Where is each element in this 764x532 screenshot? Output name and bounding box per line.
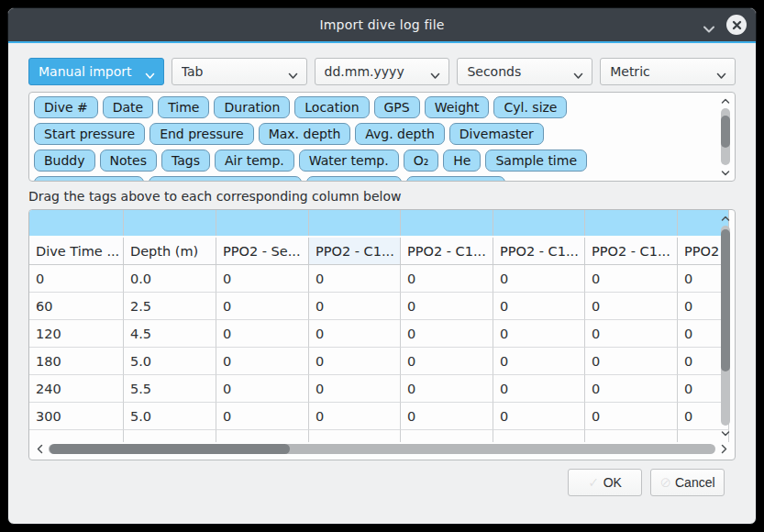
table-cell[interactable]: 0.0 — [124, 265, 216, 293]
table-cell[interactable] — [29, 430, 124, 442]
field-tag[interactable]: Buddy — [34, 150, 95, 172]
table-cell[interactable]: 0 — [585, 293, 678, 320]
scroll-up-icon[interactable] — [721, 95, 730, 106]
field-tag[interactable]: Divemaster — [449, 123, 544, 145]
table-cell[interactable]: 0 — [309, 348, 401, 375]
import-mode-select[interactable]: Manual import — [28, 58, 164, 85]
cancel-button[interactable]: ⊘ Cancel — [650, 469, 725, 496]
table-cell[interactable]: 0 — [493, 293, 585, 320]
field-tag[interactable]: Time — [158, 96, 209, 118]
table-cell[interactable]: 0 — [401, 375, 493, 403]
field-tag[interactable]: Sample pO₂ — [306, 176, 402, 182]
column-header[interactable]: PPO2 - C1... — [585, 238, 678, 265]
field-tag[interactable]: Duration — [214, 96, 290, 118]
column-header[interactable]: PPO2 - C1... — [493, 238, 585, 265]
table-cell[interactable]: 240 — [29, 375, 124, 403]
field-tag[interactable]: Start pressure — [34, 123, 145, 145]
table-cell[interactable]: 0 — [29, 265, 124, 293]
table-cell[interactable] — [309, 430, 401, 442]
column-header[interactable]: Depth (m) — [124, 238, 216, 265]
table-cell[interactable]: 5.0 — [124, 403, 216, 430]
table-cell[interactable]: 0 — [585, 403, 678, 430]
table-cell[interactable]: 300 — [29, 403, 124, 430]
table-cell[interactable]: 4.5 — [124, 320, 216, 348]
tag-drop-cell[interactable] — [493, 210, 585, 236]
table-cell[interactable]: 0 — [309, 375, 401, 403]
field-tag[interactable]: End pressure — [149, 123, 254, 145]
table-cell[interactable]: 0 — [401, 403, 493, 430]
table-cell[interactable]: 0 — [216, 320, 309, 348]
field-tag[interactable]: Location — [294, 96, 369, 118]
column-header[interactable]: PPO2 - Se... — [216, 238, 309, 265]
field-tag[interactable]: Tags — [161, 150, 210, 172]
field-tag[interactable]: Notes — [100, 150, 157, 172]
field-tag[interactable]: He — [443, 150, 481, 172]
table-cell[interactable] — [585, 430, 678, 442]
table-cell[interactable]: 0 — [309, 403, 401, 430]
table-cell[interactable]: 0 — [401, 320, 493, 348]
scrollbar-track[interactable] — [721, 108, 730, 165]
table-cell[interactable] — [493, 430, 585, 442]
duration-format-select[interactable]: Seconds — [457, 58, 592, 85]
table-cell[interactable]: 2.5 — [124, 293, 216, 320]
field-tag[interactable]: Dive # — [34, 96, 98, 118]
table-cell[interactable]: 0 — [493, 348, 585, 375]
table-cell[interactable]: 0 — [216, 403, 309, 430]
titlebar[interactable]: Import dive log file — [8, 8, 756, 41]
table-cell[interactable]: 0 — [309, 293, 401, 320]
scroll-up-icon[interactable] — [721, 213, 730, 224]
tag-drop-cell[interactable] — [585, 210, 678, 236]
table-cell[interactable]: 0 — [216, 348, 309, 375]
table-cell[interactable]: 60 — [29, 293, 124, 320]
tag-drop-cell[interactable] — [124, 210, 216, 236]
scroll-right-icon[interactable] — [718, 444, 730, 454]
table-cell[interactable]: 5.0 — [124, 348, 216, 375]
scrollbar-track[interactable] — [49, 444, 715, 454]
column-header[interactable]: PPO2 - C1... — [309, 238, 401, 265]
ok-button[interactable]: ✓ OK — [568, 469, 642, 496]
field-tag[interactable]: Sample temperature — [149, 176, 302, 182]
scrollbar-thumb[interactable] — [721, 229, 730, 371]
scroll-left-icon[interactable] — [34, 444, 46, 454]
field-tag[interactable]: Air temp. — [215, 150, 294, 172]
table-cell[interactable]: 5.5 — [124, 375, 216, 403]
table-cell[interactable]: 0 — [585, 348, 678, 375]
scrollbar-thumb[interactable] — [50, 444, 290, 454]
table-cell[interactable]: 0 — [401, 293, 493, 320]
scrollbar-track[interactable] — [721, 226, 730, 426]
tag-drop-cell[interactable] — [309, 210, 401, 236]
tag-drop-cell[interactable] — [29, 210, 124, 236]
table-cell[interactable]: 0 — [216, 293, 309, 320]
table-cell[interactable]: 0 — [585, 265, 678, 293]
table-cell[interactable] — [401, 430, 493, 442]
date-format-select[interactable]: dd.mm.yyyy — [315, 58, 450, 85]
table-cell[interactable]: 0 — [493, 375, 585, 403]
field-tag[interactable]: Avg. depth — [355, 123, 445, 145]
table-cell[interactable]: 0 — [401, 265, 493, 293]
table-cell[interactable]: 0 — [216, 375, 309, 403]
table-cell[interactable]: 0 — [493, 320, 585, 348]
field-tag[interactable]: Sample depth — [34, 176, 144, 182]
table-cell[interactable]: 0 — [216, 265, 309, 293]
close-button[interactable] — [726, 15, 747, 35]
field-tag[interactable]: Sample time — [485, 150, 587, 172]
field-tag[interactable]: Max. depth — [259, 123, 351, 145]
field-separator-select[interactable]: Tab — [172, 58, 307, 85]
table-cell[interactable]: 0 — [585, 320, 678, 348]
field-tag[interactable]: GPS — [374, 96, 420, 118]
table-cell[interactable]: 0 — [309, 320, 401, 348]
table-cell[interactable]: 0 — [493, 403, 585, 430]
scrollbar-thumb[interactable] — [721, 116, 730, 148]
table-cell[interactable]: 0 — [309, 265, 401, 293]
table-cell[interactable] — [216, 430, 309, 442]
field-tag[interactable]: Cyl. size — [493, 96, 567, 118]
field-tag[interactable]: O₂ — [404, 150, 439, 172]
tag-drop-cell[interactable] — [216, 210, 309, 236]
field-tag[interactable]: Water temp. — [299, 150, 399, 172]
field-tag[interactable]: Sample CNS — [406, 176, 505, 182]
table-cell[interactable]: 0 — [493, 265, 585, 293]
scroll-down-icon[interactable] — [721, 427, 730, 438]
column-header[interactable]: PPO2 - C1... — [401, 238, 493, 265]
scroll-down-icon[interactable] — [721, 167, 730, 178]
table-cell[interactable]: 0 — [401, 348, 493, 375]
